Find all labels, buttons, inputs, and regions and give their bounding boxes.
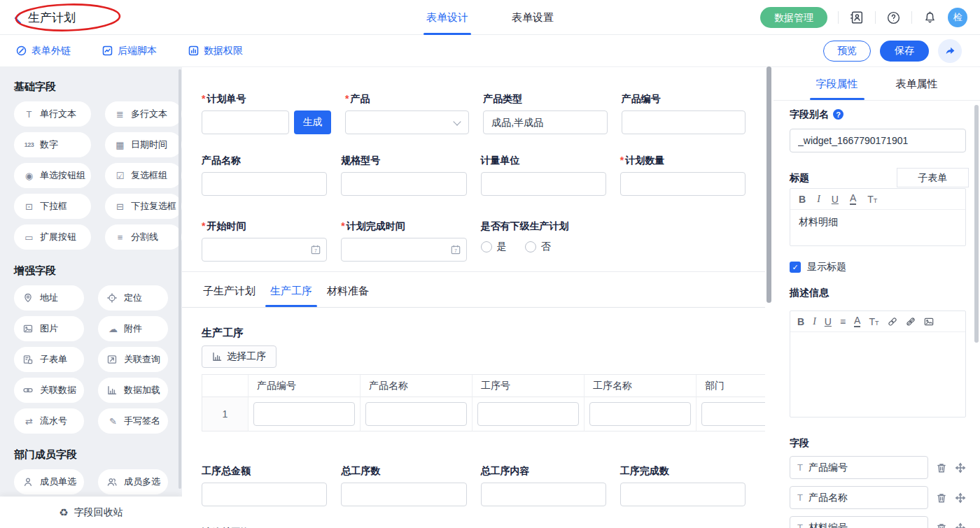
font-color-button[interactable]: A: [854, 315, 860, 327]
finish-time-input[interactable]: [341, 238, 466, 262]
delete-field-icon[interactable]: [936, 462, 947, 473]
external-link-button[interactable]: 表单外链: [16, 45, 71, 57]
field-product-type[interactable]: 产品类型 成品,半成品: [483, 93, 607, 134]
field-product-code[interactable]: 产品编号: [622, 93, 746, 134]
canvas-scrollbar[interactable]: [766, 66, 771, 303]
notification-bell-icon[interactable]: [923, 10, 937, 25]
insert-image-icon[interactable]: [924, 317, 934, 327]
field-type-multi-dropdown[interactable]: ⊟下拉复选框: [105, 194, 182, 219]
field-type-datetime[interactable]: ▦日期时间: [105, 132, 182, 157]
tab-form-design[interactable]: 表单设计: [426, 0, 468, 35]
save-button[interactable]: 保存: [880, 41, 929, 62]
panel-scrollbar[interactable]: [974, 105, 979, 343]
tab-production-process[interactable]: 生产工序: [269, 283, 314, 307]
field-start-time[interactable]: 开始时间 7: [202, 220, 327, 262]
title-editor[interactable]: B I U A T 材料明细: [790, 188, 966, 246]
field-item-material-code[interactable]: T 材料编号: [790, 516, 928, 528]
address-book-icon[interactable]: [849, 10, 864, 25]
italic-button[interactable]: I: [813, 317, 816, 327]
product-name-input[interactable]: [202, 172, 327, 196]
share-button[interactable]: [938, 39, 962, 63]
field-type-checkbox-group[interactable]: ☑复选框组: [105, 163, 182, 188]
move-field-icon[interactable]: [955, 522, 966, 528]
data-permission-button[interactable]: 数据权限: [188, 45, 243, 57]
field-finish-time[interactable]: 计划完成时间 7: [341, 220, 466, 262]
field-type-single-line-text[interactable]: T单行文本: [14, 101, 91, 127]
total-process-count-input[interactable]: [341, 483, 466, 506]
backend-script-button[interactable]: 后端脚本: [102, 45, 157, 57]
align-button[interactable]: ≡: [840, 317, 846, 327]
field-type-signature[interactable]: ✎手写签名: [98, 408, 168, 434]
help-icon[interactable]: [886, 10, 901, 25]
delete-field-icon[interactable]: [936, 522, 947, 528]
field-type-member-single[interactable]: 成员单选: [14, 469, 84, 494]
field-spec-model[interactable]: 规格型号: [341, 155, 466, 196]
field-alias-input[interactable]: [790, 129, 966, 152]
field-item-product-name[interactable]: T 产品名称: [790, 486, 928, 509]
radio-yes[interactable]: 是: [481, 241, 507, 253]
user-avatar[interactable]: 检: [948, 8, 967, 27]
bold-button[interactable]: B: [799, 194, 806, 204]
move-field-icon[interactable]: [955, 462, 966, 473]
radio-no[interactable]: 否: [525, 241, 551, 253]
field-type-member-multi[interactable]: 成员多选: [98, 469, 168, 494]
field-type-serial-number[interactable]: ⇄流水号: [14, 408, 84, 434]
field-type-subform[interactable]: 子表单: [14, 347, 84, 372]
field-type-attachment[interactable]: ☁附件: [98, 316, 168, 341]
tab-form-settings[interactable]: 表单设置: [512, 0, 554, 35]
tab-form-properties[interactable]: 表单属性: [896, 67, 938, 100]
move-field-icon[interactable]: [955, 492, 966, 504]
field-plan-qty[interactable]: 计划数量: [620, 155, 746, 196]
help-circle-icon[interactable]: ?: [833, 109, 844, 120]
underline-button[interactable]: U: [832, 194, 839, 204]
field-item-product-code[interactable]: T 产品编号: [790, 456, 928, 479]
product-type-value[interactable]: 成品,半成品: [483, 110, 607, 134]
link-icon[interactable]: [888, 317, 897, 327]
preview-button[interactable]: 预览: [823, 41, 871, 62]
process-completed-count-input[interactable]: [620, 483, 746, 506]
show-title-checkbox[interactable]: ✓ 显示标题: [790, 261, 966, 273]
unlink-icon[interactable]: [906, 317, 916, 327]
total-process-content-input[interactable]: [481, 483, 606, 506]
field-type-extend-button[interactable]: ▭扩展按钮: [14, 224, 91, 250]
plan-no-input[interactable]: [202, 110, 289, 134]
field-type-address[interactable]: 地址: [14, 285, 84, 311]
field-type-divider[interactable]: ≡分割线: [105, 224, 182, 250]
field-type-radio-group[interactable]: ◉单选按钮组: [14, 163, 91, 188]
delete-field-icon[interactable]: [936, 492, 947, 504]
field-type-dropdown[interactable]: ⊡下拉框: [14, 194, 91, 219]
field-has-sub-plan[interactable]: 是否有下级生产计划 是 否: [481, 220, 746, 262]
field-type-linked-query[interactable]: 关联查询: [98, 347, 168, 372]
spec-model-input[interactable]: [341, 172, 466, 196]
tab-material-preparation[interactable]: 材料准备: [326, 283, 370, 307]
underline-button[interactable]: U: [825, 317, 832, 327]
font-size-button[interactable]: T: [867, 194, 877, 204]
field-recycle-bin[interactable]: ♻ 字段回收站: [0, 497, 182, 528]
field-type-multi-line-text[interactable]: ≣多行文本: [105, 101, 182, 127]
field-type-number[interactable]: 123数字: [14, 132, 91, 157]
table-input-product-code[interactable]: [253, 402, 355, 426]
title-editor-content[interactable]: 材料明细: [790, 210, 965, 245]
product-code-input[interactable]: [622, 110, 746, 134]
product-select[interactable]: [345, 110, 469, 134]
start-time-input[interactable]: [202, 238, 327, 262]
table-input-process-name[interactable]: [589, 402, 691, 426]
field-plan-no[interactable]: 计划单号 生成: [202, 93, 331, 134]
field-unit[interactable]: 计量单位: [481, 155, 606, 196]
bold-button[interactable]: B: [797, 317, 804, 327]
plan-qty-input[interactable]: [620, 172, 746, 196]
tab-field-properties[interactable]: 字段属性: [816, 67, 858, 100]
table-input-process-no[interactable]: [477, 402, 579, 426]
field-total-process-count[interactable]: 总工序数: [341, 465, 466, 506]
field-process-total-amount[interactable]: 工序总金额: [202, 465, 327, 506]
field-type-image[interactable]: 图片: [14, 316, 84, 341]
font-size-button[interactable]: T: [869, 317, 878, 327]
field-type-linked-data[interactable]: 关联数据: [14, 378, 84, 403]
sidebar-scrollbar[interactable]: [178, 69, 181, 489]
font-color-button[interactable]: A: [850, 193, 856, 205]
select-process-button[interactable]: 选择工序: [202, 345, 276, 368]
description-editor[interactable]: B I U ≡ A T: [790, 311, 966, 418]
field-total-process-content[interactable]: 总工序内容: [481, 465, 606, 506]
tab-sub-production-plan[interactable]: 子生产计划: [202, 283, 257, 307]
data-manage-button[interactable]: 数据管理: [760, 7, 827, 28]
